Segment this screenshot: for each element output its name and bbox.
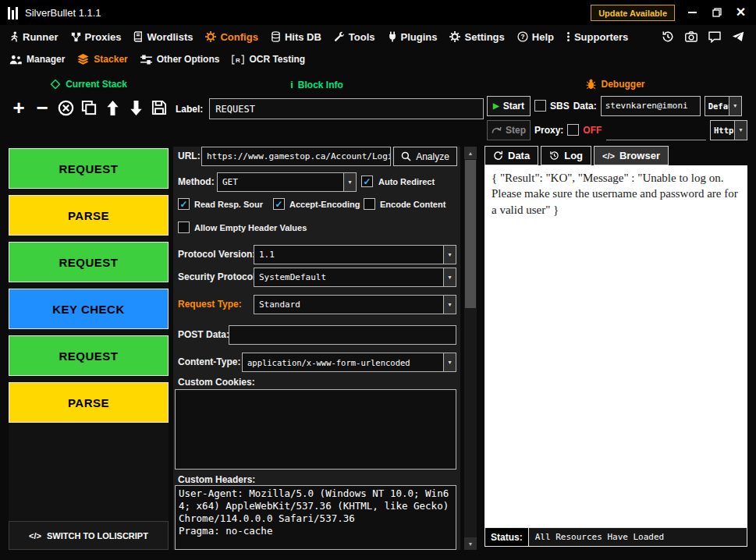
close-button[interactable]: ✕ <box>729 0 753 25</box>
menu-tools[interactable]: Tools <box>328 25 382 48</box>
menu-hitsdb[interactable]: Hits DB <box>264 25 328 48</box>
post-data-label: POST Data: <box>178 329 229 340</box>
auto-redirect-checkbox[interactable]: ✓ <box>361 175 373 187</box>
submenu-manager[interactable]: Manager <box>3 48 71 70</box>
check-icon: ✓ <box>363 176 371 187</box>
minus-icon: − <box>36 97 48 118</box>
method-value: GET <box>218 173 343 191</box>
encode-content-label: Encode Content <box>380 200 445 209</box>
protocol-version-dropdown[interactable]: 1.1 ▾ <box>254 245 456 264</box>
menu-tools-label: Tools <box>349 31 375 43</box>
custom-headers-textarea[interactable]: User-Agent: Mozilla/5.0 (Windows NT 10.0… <box>175 485 456 550</box>
stack-block-parse-1[interactable]: PARSE <box>9 195 169 236</box>
window-title: SilverBullet 1.1.1 <box>25 7 101 19</box>
menu-configs[interactable]: Configs <box>199 25 264 48</box>
runner-icon <box>9 31 19 42</box>
submenu-other-options[interactable]: Other Options <box>134 48 226 70</box>
add-block-button[interactable]: + <box>9 95 28 120</box>
x-circle-icon <box>58 100 74 116</box>
chat-button[interactable] <box>706 27 723 46</box>
telegram-button[interactable] <box>729 27 747 46</box>
check-icon: ✓ <box>275 199 282 210</box>
allow-empty-headers-checkbox[interactable] <box>178 222 190 233</box>
clone-block-button[interactable] <box>80 95 98 120</box>
submenu-ocr-testing-label: OCR Testing <box>249 54 305 65</box>
proxy-input[interactable] <box>606 120 706 140</box>
debugger-status-bar: Status: All Resources Have Loaded <box>484 527 747 547</box>
screenshot-button[interactable] <box>683 27 700 46</box>
menu-hitsdb-label: Hits DB <box>285 31 321 43</box>
play-icon: ▶ <box>493 102 499 110</box>
menu-plugins-label: Plugins <box>401 31 438 43</box>
chevron-down-icon: ▾ <box>443 268 456 286</box>
proxy-checkbox[interactable] <box>567 124 579 136</box>
tab-log[interactable]: Log <box>541 146 591 165</box>
url-label: URL: <box>178 151 201 161</box>
database-icon <box>271 31 281 42</box>
clear-stack-button[interactable] <box>56 95 75 120</box>
status-value: All Resources Have Loaded <box>529 527 747 547</box>
method-dropdown[interactable]: GET ▾ <box>217 172 357 192</box>
update-available-button[interactable]: Update Available <box>591 5 675 21</box>
stack-block-request-2[interactable]: REQUEST <box>9 242 169 282</box>
chat-bubble-icon <box>708 31 721 43</box>
accept-encoding-checkbox[interactable]: ✓ <box>273 198 285 210</box>
start-button[interactable]: ▶ Start <box>487 96 531 116</box>
maximize-button[interactable] <box>705 0 729 25</box>
titlebar: SilverBullet 1.1.1 Update Available ✕ <box>0 0 756 25</box>
analyze-button[interactable]: Analyze <box>393 147 457 166</box>
url-input[interactable]: https://www.gamestop.ca/Account/Logi <box>201 147 391 166</box>
encode-content-checkbox[interactable] <box>364 198 375 210</box>
sbs-checkbox[interactable] <box>534 100 546 112</box>
move-up-button[interactable] <box>103 95 122 120</box>
menu-wordlists[interactable]: Wordlists <box>127 25 199 48</box>
tab-data[interactable]: Data <box>484 146 538 165</box>
scroll-up-button[interactable]: ▲ <box>464 147 477 159</box>
debugger-tabs: Data Log </> Browser <box>484 146 669 165</box>
form-scrollbar[interactable]: ▲ ▼ <box>464 147 477 550</box>
save-config-button[interactable] <box>150 95 169 120</box>
stack-block-parse-2[interactable]: PARSE <box>9 382 169 423</box>
menu-help[interactable]: ? Help <box>511 25 560 48</box>
switch-button-label: SWITCH TO LOLISCRIPT <box>47 531 148 541</box>
menu-plugins[interactable]: Plugins <box>382 25 444 48</box>
step-button[interactable]: Step <box>487 120 531 140</box>
scrollbar-thumb[interactable] <box>465 160 476 308</box>
scroll-down-button[interactable]: ▼ <box>464 537 477 550</box>
proxy-off-status: OFF <box>583 125 602 136</box>
menu-settings[interactable]: Settings <box>443 25 510 48</box>
tab-browser[interactable]: </> Browser <box>594 146 669 165</box>
content-type-dropdown[interactable]: application/x-www-form-urlencoded ▾ <box>242 353 456 372</box>
menu-proxies-label: Proxies <box>85 31 122 43</box>
custom-cookies-textarea[interactable] <box>175 389 456 470</box>
clone-icon <box>81 100 97 115</box>
post-data-input[interactable] <box>229 325 456 345</box>
backup-history-button[interactable] <box>659 27 676 46</box>
diamond-icon <box>50 79 61 90</box>
data-input[interactable]: stevnkaren@imoni <box>601 96 701 116</box>
minimize-button[interactable] <box>680 0 705 25</box>
sliders-icon <box>140 55 152 65</box>
history-clock-icon <box>662 30 674 43</box>
submenu-stacker[interactable]: Stacker <box>71 48 133 70</box>
stack-block-keycheck[interactable]: KEY CHECK <box>9 289 169 329</box>
submenu-ocr-testing[interactable]: R OCR Testing <box>225 48 311 70</box>
remove-block-button[interactable]: − <box>33 95 51 120</box>
settings-gear-icon <box>449 31 460 42</box>
security-protocol-dropdown[interactable]: SystemDefault ▾ <box>254 268 456 287</box>
stack-block-request-1[interactable]: REQUEST <box>9 148 169 189</box>
proxy-type-dropdown[interactable]: Http ▾ <box>710 120 747 140</box>
content-type-label: Content-Type: <box>178 356 240 367</box>
menu-runner[interactable]: Runner <box>3 25 65 48</box>
block-label-input[interactable]: REQUEST <box>209 98 484 119</box>
wordlist-type-dropdown[interactable]: Defaul ▾ <box>705 96 742 116</box>
menu-supporters[interactable]: Supporters <box>560 25 634 48</box>
request-type-dropdown[interactable]: Standard ▾ <box>254 295 456 314</box>
menu-proxies[interactable]: Proxies <box>65 25 128 48</box>
move-down-button[interactable] <box>126 95 145 120</box>
step-arrow-icon <box>492 126 502 134</box>
chevron-down-icon: ▾ <box>443 246 456 264</box>
stack-block-request-3[interactable]: REQUEST <box>9 335 169 376</box>
switch-to-loliscript-button[interactable]: </> SWITCH TO LOLISCRIPT <box>9 521 169 550</box>
read-response-checkbox[interactable]: ✓ <box>178 198 190 210</box>
